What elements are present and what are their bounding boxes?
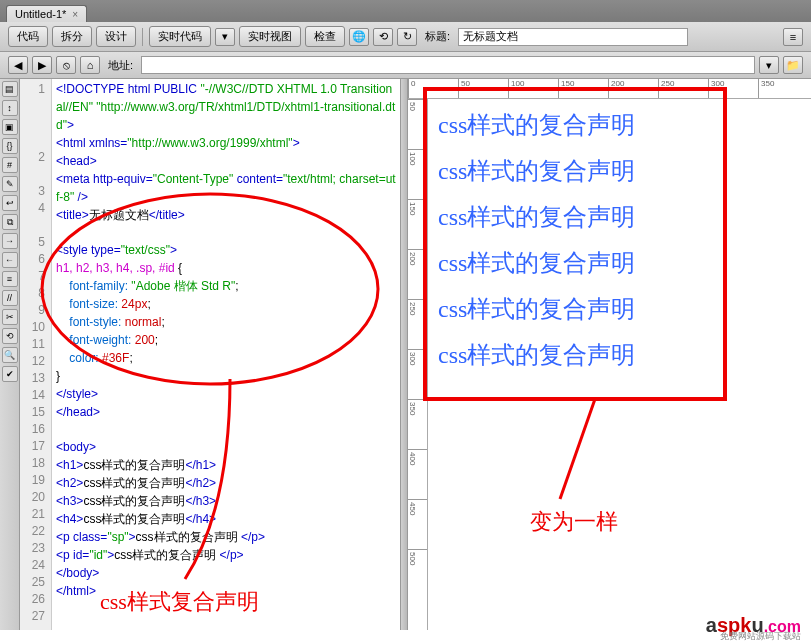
preview-body[interactable]: css样式的复合声明 css样式的复合声明 css样式的复合声明 css样式的复… <box>428 99 811 630</box>
address-dropdown-icon[interactable]: ▾ <box>759 56 779 74</box>
line-number-gutter: 1 2 34 567891011121314151617181920212223… <box>20 79 52 630</box>
tool-collapse-icon[interactable]: ↕ <box>2 100 18 116</box>
code-vertical-toolbar: ▤ ↕ ▣ {} # ✎ ↩ ⧉ → ← ≡ // ✂ ⟲ 🔍 ✔ <box>0 79 20 630</box>
tool-outdent-icon[interactable]: ← <box>2 252 18 268</box>
refresh-icon[interactable]: ↻ <box>397 28 417 46</box>
options-icon[interactable]: ⟲ <box>373 28 393 46</box>
tool-highlight-icon[interactable]: ✎ <box>2 176 18 192</box>
tool-wrap-icon[interactable]: ↩ <box>2 195 18 211</box>
address-input[interactable] <box>141 56 755 74</box>
tool-format-icon[interactable]: ≡ <box>2 271 18 287</box>
tool-validate-icon[interactable]: ✔ <box>2 366 18 382</box>
stop-icon[interactable]: ⦸ <box>56 56 76 74</box>
globe-icon[interactable]: 🌐 <box>349 28 369 46</box>
preview-h2: css样式的复合声明 <box>438 155 805 187</box>
home-icon[interactable]: ⌂ <box>80 56 100 74</box>
design-view-button[interactable]: 设计 <box>96 26 136 47</box>
live-code-dropdown-icon[interactable]: ▾ <box>215 28 235 46</box>
tab-bar: Untitled-1* × <box>0 0 811 22</box>
main-toolbar: 代码 拆分 设计 实时代码 ▾ 实时视图 检查 🌐 ⟲ ↻ 标题: ≡ <box>0 22 811 52</box>
tool-recent-icon[interactable]: ⟲ <box>2 328 18 344</box>
tab-close-icon[interactable]: × <box>72 9 78 20</box>
tool-line-numbers-icon[interactable]: # <box>2 157 18 173</box>
panel-menu-icon[interactable]: ≡ <box>783 28 803 46</box>
live-view-button[interactable]: 实时视图 <box>239 26 301 47</box>
vertical-ruler: 50100150200250300350400450500 <box>408 99 428 630</box>
design-preview: 050100150200250300350 501001502002503003… <box>408 79 811 630</box>
tab-title: Untitled-1* <box>15 8 66 20</box>
address-label: 地址: <box>108 58 133 73</box>
document-tab[interactable]: Untitled-1* × <box>6 5 87 22</box>
preview-h3: css样式的复合声明 <box>438 201 805 233</box>
tool-indent-icon[interactable]: → <box>2 233 18 249</box>
code-view-button[interactable]: 代码 <box>8 26 48 47</box>
preview-p-id: css样式的复合声明 <box>438 339 805 371</box>
tool-snippet-icon[interactable]: ✂ <box>2 309 18 325</box>
title-label: 标题: <box>425 29 450 44</box>
browse-icon[interactable]: 📁 <box>783 56 803 74</box>
tool-balance-braces-icon[interactable]: {} <box>2 138 18 154</box>
document-title-input[interactable] <box>458 28 688 46</box>
tool-search-icon[interactable]: 🔍 <box>2 347 18 363</box>
split-handle[interactable] <box>400 79 408 630</box>
separator <box>142 28 143 46</box>
preview-h1: css样式的复合声明 <box>438 109 805 141</box>
forward-icon[interactable]: ▶ <box>32 56 52 74</box>
address-toolbar: ◀ ▶ ⦸ ⌂ 地址: ▾ 📁 <box>0 52 811 79</box>
preview-h4: css样式的复合声明 <box>438 247 805 279</box>
watermark-subtitle: 免费网站源码下载站 <box>720 630 801 643</box>
tool-comment-icon[interactable]: // <box>2 290 18 306</box>
code-editor[interactable]: <!DOCTYPE html PUBLIC "-//W3C//DTD XHTML… <box>52 79 400 630</box>
split-view-button[interactable]: 拆分 <box>52 26 92 47</box>
live-code-button[interactable]: 实时代码 <box>149 26 211 47</box>
tool-syntax-icon[interactable]: ⧉ <box>2 214 18 230</box>
tool-open-docs-icon[interactable]: ▤ <box>2 81 18 97</box>
tool-select-parent-icon[interactable]: ▣ <box>2 119 18 135</box>
preview-p-sp: css样式的复合声明 <box>438 293 805 325</box>
back-icon[interactable]: ◀ <box>8 56 28 74</box>
main-area: ▤ ↕ ▣ {} # ✎ ↩ ⧉ → ← ≡ // ✂ ⟲ 🔍 ✔ 1 2 34… <box>0 79 811 630</box>
code-text: <!DOCTYPE html PUBLIC <box>56 82 200 96</box>
inspect-button[interactable]: 检查 <box>305 26 345 47</box>
horizontal-ruler: 050100150200250300350 <box>408 79 811 99</box>
